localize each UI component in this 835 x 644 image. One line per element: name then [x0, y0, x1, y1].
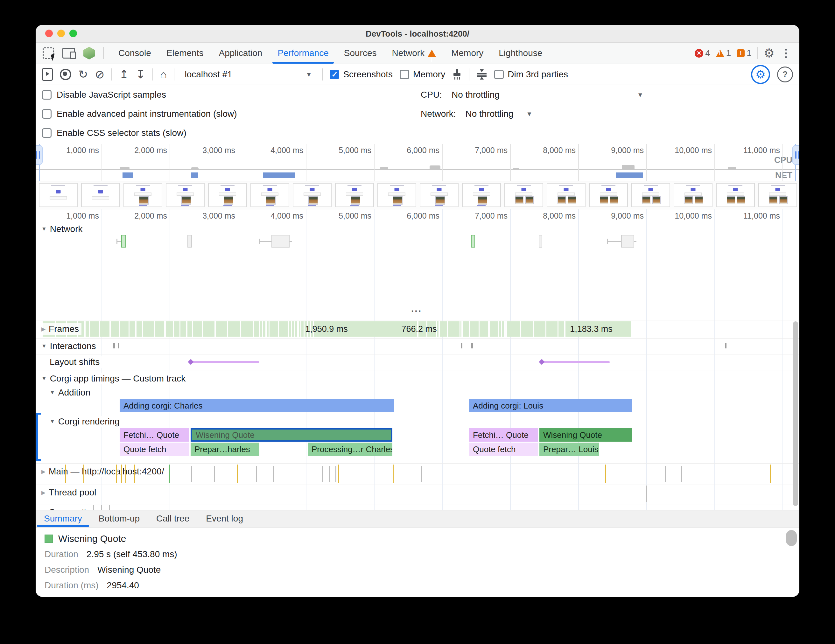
filmstrip-screenshot[interactable] — [462, 183, 501, 207]
tab-memory[interactable]: Memory — [443, 43, 491, 64]
panel-tabs: ConsoleElementsApplicationPerformanceSou… — [111, 43, 550, 64]
filmstrip-screenshot[interactable] — [335, 183, 374, 207]
reload-and-record-button[interactable]: ↻ — [78, 69, 88, 80]
details-tab-bottom-up[interactable]: Bottom-up — [90, 510, 148, 527]
filmstrip-screenshot[interactable] — [377, 183, 416, 207]
filmstrip-screenshot[interactable] — [589, 183, 628, 207]
filmstrip-screenshot[interactable] — [674, 183, 713, 207]
filmstrip-screenshot[interactable] — [631, 183, 670, 207]
timing-bar[interactable]: Processing…r Charles — [308, 443, 392, 456]
capture-settings-gear-active[interactable]: ⚙ — [751, 65, 770, 84]
screenshots-checkbox[interactable]: ✓ — [330, 70, 339, 79]
filmstrip-screenshot[interactable] — [758, 183, 797, 207]
pane-splitter-handle[interactable]: ... — [411, 303, 422, 314]
network-request[interactable] — [539, 235, 542, 248]
frame-gap — [164, 321, 166, 337]
angular-devtools-icon[interactable] — [83, 47, 95, 60]
timing-bar[interactable]: Fetchi… Quote — [469, 428, 538, 442]
tab-lighthouse[interactable]: Lighthouse — [491, 43, 550, 64]
timeline-flamechart[interactable]: 1,000 ms2,000 ms3,000 ms4,000 ms5,000 ms… — [36, 209, 799, 510]
tab-elements[interactable]: Elements — [159, 43, 211, 64]
filmstrip-screenshot[interactable] — [716, 183, 755, 207]
chart-scrollbar-thumb[interactable] — [793, 321, 798, 506]
tab-console[interactable]: Console — [111, 43, 159, 64]
range-handle-right[interactable] — [792, 145, 799, 165]
filmstrip-screenshot[interactable] — [39, 183, 78, 207]
track-interactions[interactable]: ▼Interactions — [41, 341, 99, 352]
filmstrip-screenshot[interactable] — [293, 183, 331, 207]
filmstrip-screenshot[interactable] — [123, 183, 162, 207]
network-request[interactable] — [271, 235, 289, 248]
timing-bar-addition[interactable]: Adding corgi: Louis — [469, 399, 632, 412]
screenshots-toggle[interactable]: ✓Screenshots — [330, 69, 393, 79]
track-addition[interactable]: ▼Addition — [50, 387, 93, 398]
timing-bar[interactable]: Wisening Quote — [191, 428, 392, 442]
memory-checkbox[interactable] — [400, 70, 409, 79]
capture-settings-icon[interactable] — [476, 69, 487, 80]
details-tab-summary[interactable]: Summary — [36, 510, 90, 527]
help-icon[interactable]: ? — [777, 67, 793, 83]
tab-network[interactable]: Network — [384, 43, 443, 64]
error-badge[interactable]: ✕4 — [695, 48, 710, 58]
settings-checkbox[interactable] — [42, 128, 52, 138]
settings-gear-icon[interactable]: ⚙ — [764, 46, 775, 60]
track-frames[interactable]: ▶Frames — [41, 323, 81, 335]
track-layout-shifts[interactable]: Layout shifts — [50, 356, 102, 368]
network-request[interactable] — [471, 235, 475, 248]
clear-button[interactable]: ⊘ — [95, 69, 104, 80]
cpu-throttling-select[interactable]: No throttling — [452, 90, 500, 100]
network-throttling-select[interactable]: No throttling — [465, 109, 513, 119]
device-toolbar-icon[interactable] — [62, 48, 75, 58]
tab-application[interactable]: Application — [211, 43, 270, 64]
overview-tick-label: 11,000 ms — [743, 146, 780, 155]
issues-badge[interactable]: !1 — [737, 48, 752, 58]
filmstrip-screenshot[interactable] — [166, 183, 205, 207]
timing-bar[interactable]: Quote fetch — [120, 443, 189, 456]
warning-badge[interactable]: 1 — [716, 48, 731, 58]
toggle-sidebar-icon[interactable] — [42, 68, 53, 81]
layout-shift-diamond[interactable] — [188, 359, 193, 365]
track-network[interactable]: ▼Network — [41, 223, 85, 235]
timing-bar[interactable]: Prepar… Louis — [539, 443, 599, 456]
track-thread-pool[interactable]: ▶Thread pool — [41, 487, 99, 498]
network-request[interactable] — [121, 235, 126, 248]
network-request[interactable] — [187, 235, 192, 248]
collect-garbage-icon[interactable] — [452, 69, 462, 80]
timing-bar-addition[interactable]: Adding corgi: Charles — [120, 399, 394, 412]
timing-bar[interactable]: Wisening Quote — [539, 428, 632, 442]
home-icon[interactable]: ⌂ — [160, 69, 167, 80]
track-custom-corgi[interactable]: ▼Corgi app timings — Custom track — [41, 373, 188, 384]
filmstrip-screenshot[interactable] — [504, 183, 543, 207]
range-handle-left[interactable] — [36, 145, 43, 165]
details-tab-call-tree[interactable]: Call tree — [148, 510, 198, 527]
upload-profile-icon[interactable]: ↥ — [119, 69, 128, 80]
summary-scrollbar-thumb[interactable] — [786, 530, 797, 546]
filmstrip-screenshot[interactable] — [81, 183, 120, 207]
memory-toggle[interactable]: Memory — [400, 69, 445, 79]
timeline-overview[interactable]: CPU NET 1,000 ms2,000 ms3,000 ms4,000 ms… — [36, 144, 799, 182]
network-request[interactable] — [621, 235, 634, 248]
settings-checkbox[interactable] — [42, 90, 52, 100]
track-main-thread[interactable]: ▶Main — http://localhost:4200/ — [41, 466, 167, 477]
timing-bar[interactable]: Prepar…harles — [191, 443, 259, 456]
profile-select[interactable]: localhost #1▼ — [181, 67, 315, 81]
record-button[interactable] — [60, 69, 71, 80]
track-corgi-rendering[interactable]: ▼Corgi rendering — [50, 416, 122, 427]
filmstrip-screenshot[interactable] — [208, 183, 247, 207]
track-compositor[interactable]: ▶Compositor — [41, 506, 97, 510]
dim-third-parties-toggle[interactable]: Dim 3rd parties — [494, 69, 568, 79]
inspect-element-icon[interactable] — [43, 47, 54, 59]
filmstrip-screenshot[interactable] — [547, 183, 585, 207]
dim-checkbox[interactable] — [494, 70, 504, 79]
settings-checkbox[interactable] — [42, 109, 52, 119]
filmstrip-screenshot[interactable] — [250, 183, 289, 207]
layout-shift-diamond[interactable] — [539, 359, 544, 365]
filmstrip-screenshot[interactable] — [420, 183, 458, 207]
kebab-menu-icon[interactable]: ⋮ — [780, 47, 792, 60]
tab-performance[interactable]: Performance — [270, 43, 336, 64]
tab-sources[interactable]: Sources — [336, 43, 384, 64]
timing-bar[interactable]: Quote fetch — [469, 443, 538, 456]
download-profile-icon[interactable]: ↧ — [136, 69, 145, 80]
timing-bar[interactable]: Fetchi… Quote — [120, 428, 189, 442]
details-tab-event-log[interactable]: Event log — [198, 510, 252, 527]
